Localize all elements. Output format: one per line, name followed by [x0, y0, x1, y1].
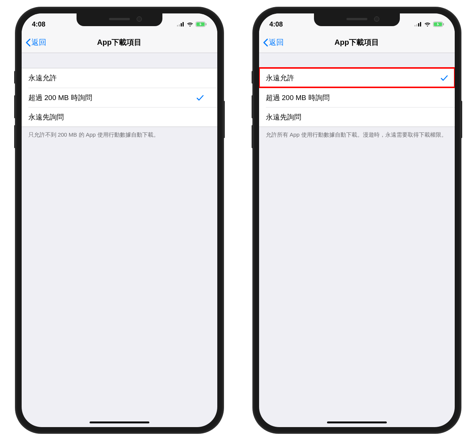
mute-switch[interactable] — [252, 71, 253, 84]
phone-frame: 4:08 返回 — [16, 7, 223, 433]
svg-rect-6 — [206, 23, 206, 25]
option-always-allow[interactable]: 永遠允許 — [259, 68, 455, 88]
svg-rect-3 — [183, 22, 184, 27]
svg-rect-1 — [179, 24, 180, 27]
svg-rect-8 — [416, 24, 417, 27]
home-indicator[interactable] — [90, 421, 149, 423]
options-list: 永遠允許 超過 200 MB 時詢問 永遠先詢問 — [259, 68, 455, 127]
phone-screen: 4:08 返回 — [22, 13, 217, 427]
battery-charging-icon — [196, 22, 207, 27]
volume-down-button[interactable] — [14, 125, 16, 148]
svg-rect-13 — [443, 23, 444, 25]
svg-rect-10 — [420, 22, 421, 27]
power-button[interactable] — [223, 101, 225, 138]
signal-icon — [414, 22, 422, 27]
wifi-icon — [187, 22, 193, 27]
back-label: 返回 — [31, 37, 46, 47]
mute-switch[interactable] — [14, 71, 16, 84]
checkmark-icon — [196, 94, 204, 101]
option-label: 永遠允許 — [266, 73, 294, 83]
notch — [77, 13, 162, 26]
wifi-icon — [424, 22, 431, 27]
checkmark-icon — [441, 75, 448, 81]
option-ask-over-200mb[interactable]: 超過 200 MB 時詢問 — [266, 88, 455, 107]
options-list: 永遠允許 超過 200 MB 時詢問 永遠先詢問 — [22, 68, 217, 127]
status-indicators — [177, 22, 207, 27]
status-time: 4:08 — [270, 21, 283, 28]
phone-frame: 4:08 返回 — [253, 7, 461, 433]
status-indicators — [414, 22, 444, 27]
back-button[interactable]: 返回 — [25, 37, 46, 47]
option-label: 永遠允許 — [28, 73, 57, 83]
battery-charging-icon — [433, 22, 444, 27]
option-label: 永遠先詢問 — [266, 112, 301, 122]
page-title: App下載項目 — [335, 37, 379, 47]
phone-right: 4:08 返回 — [253, 7, 461, 433]
svg-rect-9 — [418, 23, 419, 27]
back-label: 返回 — [269, 37, 284, 47]
volume-down-button[interactable] — [252, 125, 253, 148]
home-indicator[interactable] — [327, 421, 387, 423]
svg-rect-7 — [414, 25, 416, 27]
content-area: 永遠允許 超過 200 MB 時詢問 永遠先詢問 允許所有 App 使用行動數據… — [259, 53, 455, 142]
svg-rect-0 — [177, 25, 178, 27]
footer-description: 只允許不到 200 MB 的 App 使用行動數據自動下載。 — [22, 127, 217, 142]
phone-left: 4:08 返回 — [16, 7, 223, 433]
option-label: 永遠先詢問 — [28, 112, 64, 122]
option-always-ask[interactable]: 永遠先詢問 — [266, 107, 455, 127]
power-button[interactable] — [461, 101, 462, 138]
option-always-allow[interactable]: 永遠允許 — [22, 68, 217, 88]
volume-up-button[interactable] — [252, 95, 253, 118]
option-always-ask[interactable]: 永遠先詢問 — [28, 107, 217, 127]
svg-rect-2 — [181, 23, 182, 27]
content-area: 永遠允許 超過 200 MB 時詢問 永遠先詢問 只允許不到 200 MB 的 … — [22, 53, 217, 142]
footer-description: 允許所有 App 使用行動數據自動下載。漫遊時，永遠需要取得下載權限。 — [259, 127, 455, 142]
page-title: App下載項目 — [97, 37, 141, 47]
option-ask-over-200mb[interactable]: 超過 200 MB 時詢問 — [28, 88, 217, 107]
notch — [314, 13, 400, 26]
phone-screen: 4:08 返回 — [259, 13, 455, 427]
option-label: 超過 200 MB 時詢問 — [28, 93, 92, 103]
signal-icon — [177, 22, 184, 27]
nav-bar: 返回 App下載項目 — [22, 32, 217, 53]
nav-bar: 返回 App下載項目 — [259, 32, 455, 53]
chevron-left-icon — [263, 38, 268, 47]
chevron-left-icon — [25, 38, 31, 47]
volume-up-button[interactable] — [14, 95, 16, 118]
option-label: 超過 200 MB 時詢問 — [266, 93, 330, 103]
back-button[interactable]: 返回 — [263, 37, 284, 47]
status-time: 4:08 — [32, 21, 46, 28]
